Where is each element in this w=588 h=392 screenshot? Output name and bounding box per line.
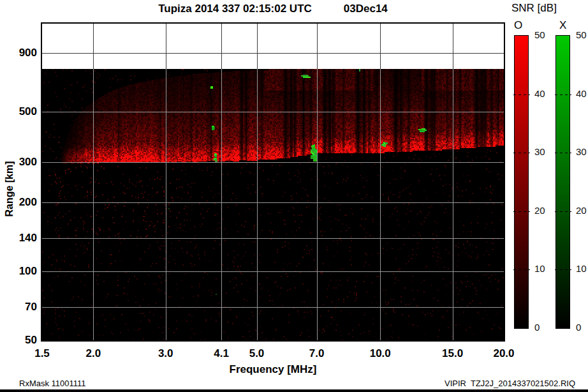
colorbar-tick-label: 10 [534,263,554,274]
y-tick-label: 100 [4,265,37,278]
colorbar-tick-dash [513,269,530,270]
colorbar-tick-dash [555,211,571,212]
x-tick-label: 7.0 [297,347,337,360]
ionogram-canvas [42,24,504,340]
o-mode-label: O [514,19,522,32]
colorbar-tick-label: 30 [576,146,588,157]
ionogram-app: Tupiza 2014 337 02:15:02 UTC 03Dec14 SNR… [0,0,588,392]
data-file-text: VIPIR TZJ2J_2014337021502.RIQ [445,379,575,388]
colorbar-tick-label: 0 [576,322,588,333]
y-tick-label: 500 [4,105,37,118]
colorbar-tick-dash [513,153,530,153]
x-tick-label: 2.0 [73,347,114,360]
x-tick-label: 5.0 [237,347,277,360]
x-mode-label: X [559,19,566,32]
colorbar-tick-label: 10 [576,263,588,274]
colorbar-tick-dash [555,153,571,153]
x-tick-label: 10.0 [360,347,401,360]
colorbar-tick-label: 0 [534,322,554,333]
colorbar-tick-label: 30 [534,146,554,157]
x-tick-label: 1.5 [22,347,62,360]
colorbar-tick-label: 40 [534,88,554,99]
y-tick-label: 50 [4,334,37,347]
y-axis-title: Range [km] [4,125,17,253]
colorbar-tick-label: 20 [534,205,554,216]
colorbar-tick-dash [555,94,571,95]
rx-mask-text: RxMask 11001111 [19,379,86,388]
x-axis-title: Frequency [MHz] [42,363,504,376]
x-tick-label: 15.0 [432,347,473,360]
x-tick-label: 3.0 [145,347,186,360]
snr-colorbar-title: SNR [dB] [511,2,557,15]
o-mode-colorbar [514,35,529,329]
title-date: 03Dec14 [344,3,388,15]
x-tick-label: 4.1 [201,347,242,360]
colorbar-tick-dash [555,269,571,270]
colorbar-tick-label: 50 [576,29,588,40]
colorbar-tick-label: 20 [576,205,588,216]
ionogram-plot-area [41,22,505,342]
colorbar-tick-label: 50 [534,29,554,40]
x-tick-label: 20.0 [483,347,524,360]
bottom-divider [0,389,588,392]
colorbar-tick-dash [513,94,530,95]
colorbar-tick-label: 40 [576,88,588,99]
x-mode-colorbar [555,35,570,329]
title-main: Tupiza 2014 337 02:15:02 UTC [158,3,312,15]
page-title: Tupiza 2014 337 02:15:02 UTC 03Dec14 [42,3,504,15]
y-tick-label: 900 [4,47,37,59]
y-tick-label: 70 [4,301,37,313]
colorbar-tick-dash [513,211,530,212]
